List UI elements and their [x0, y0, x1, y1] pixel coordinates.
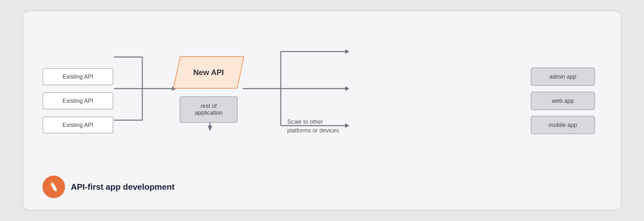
svg-marker-14 [345, 86, 349, 91]
scale-text-section: Scale to other platforms or devices [287, 118, 342, 135]
admin-app-box: admin app [531, 68, 595, 86]
existing-apis-section: Existing API Existing API Existing API [43, 68, 113, 134]
scale-text: Scale to other platforms or devices [287, 119, 339, 134]
center-section: New API rest of application [176, 56, 241, 123]
svg-marker-16 [345, 123, 349, 128]
existing-api-box-3: Existing API [43, 117, 113, 134]
pencil-icon [48, 181, 60, 193]
right-apps-section: admin app web app mobile app [531, 68, 595, 134]
web-app-box: web app [531, 92, 595, 110]
diagram-container: Existing API Existing API Existing API N… [23, 11, 621, 210]
brand-title: API-first app development [71, 182, 175, 192]
existing-api-box-1: Existing API [43, 68, 113, 85]
svg-marker-9 [208, 126, 212, 131]
mobile-app-box: mobile app [531, 116, 595, 134]
new-api-shape: New API [173, 56, 244, 89]
new-api-label: New API [193, 68, 224, 77]
brand-icon [43, 176, 65, 198]
svg-marker-12 [345, 49, 349, 54]
branding-section: API-first app development [43, 176, 175, 198]
existing-api-box-2: Existing API [43, 92, 113, 110]
rest-of-app-box: rest of application [180, 96, 238, 123]
